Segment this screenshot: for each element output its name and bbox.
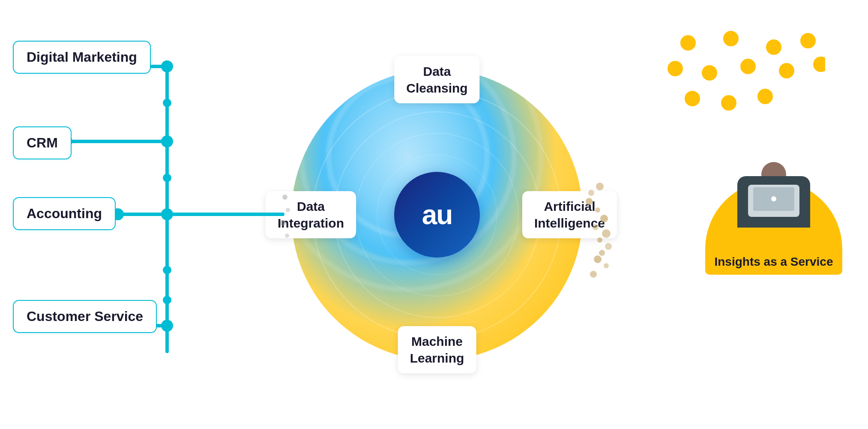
svg-point-8: [161, 208, 173, 220]
svg-point-32: [286, 208, 290, 212]
input-box-digital-marketing: Digital Marketing: [13, 41, 151, 74]
svg-point-29: [596, 183, 604, 190]
svg-point-34: [285, 234, 289, 238]
svg-point-18: [586, 198, 593, 205]
svg-point-33: [280, 220, 286, 226]
svg-point-7: [161, 135, 173, 147]
svg-point-23: [597, 237, 602, 243]
svg-point-17: [163, 296, 171, 304]
svg-point-9: [161, 320, 173, 332]
input-box-crm: CRM: [13, 126, 72, 159]
diagram-container: Digital Marketing CRM Accounting Custome…: [0, 0, 868, 429]
svg-point-19: [595, 207, 600, 213]
svg-point-22: [602, 229, 611, 238]
svg-point-31: [282, 195, 287, 200]
svg-point-24: [605, 243, 612, 250]
input-box-accounting: Accounting: [13, 197, 116, 230]
svg-point-6: [161, 60, 173, 72]
svg-point-20: [600, 215, 608, 222]
svg-point-28: [588, 190, 594, 196]
input-box-customer-service: Customer Service: [13, 300, 157, 333]
svg-point-14: [163, 99, 171, 107]
svg-point-15: [163, 174, 171, 182]
svg-point-30: [590, 271, 597, 278]
svg-point-27: [604, 263, 609, 268]
svg-point-21: [593, 224, 599, 230]
svg-point-26: [594, 255, 602, 263]
svg-point-25: [599, 250, 605, 256]
svg-point-16: [163, 266, 171, 274]
